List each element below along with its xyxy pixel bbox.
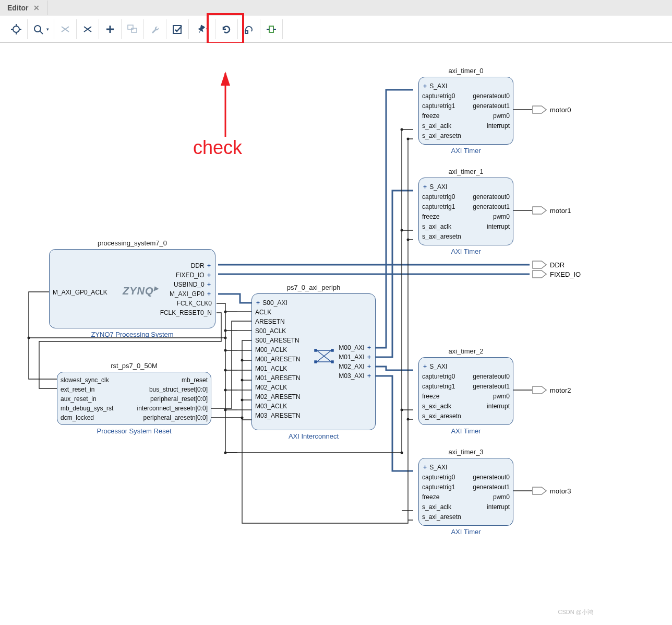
port-mb-debug-sys-rst: mb_debug_sys_rst xyxy=(61,405,113,412)
svg-point-25 xyxy=(224,409,227,411)
port-dcm-locked: dcm_locked xyxy=(61,414,94,421)
svg-point-21 xyxy=(224,329,227,332)
zoom-icon[interactable]: ▾ xyxy=(28,19,54,39)
svg-point-35 xyxy=(407,138,410,140)
port-generateout1: generateout1 xyxy=(473,484,510,491)
port-s-axi: + S_AXI xyxy=(422,82,447,90)
port-capturetrig1: capturetrig1 xyxy=(422,203,455,210)
wrench-icon[interactable] xyxy=(144,19,166,39)
port-s-axi-aclk: s_axi_aclk xyxy=(422,403,451,410)
block-type: AXI Timer xyxy=(419,427,513,435)
port-capturetrig1: capturetrig1 xyxy=(422,102,455,110)
port-capturetrig1: capturetrig1 xyxy=(422,383,455,390)
ext-port-fixed-io: FIXED_IO xyxy=(532,270,581,278)
port-peripheral-aresetn: peripheral_aresetn[0:0] xyxy=(143,414,208,421)
port-m03-axi: M03_AXI + xyxy=(339,372,372,380)
port-bus-struct-reset: bus_struct_reset[0:0] xyxy=(149,386,208,393)
port-generateout0: generateout0 xyxy=(473,193,510,201)
tab-editor[interactable]: Editor ✕ xyxy=(0,1,47,15)
block-processing-system7[interactable]: processing_system7_0 M_AXI_GP0_ACLK ZYNQ… xyxy=(49,249,215,328)
check-icon[interactable] xyxy=(166,19,189,39)
port-capturetrig0: capturetrig0 xyxy=(422,193,455,201)
svg-point-5 xyxy=(34,26,41,32)
port-freeze: freeze xyxy=(422,493,439,501)
port-interrupt: interrupt xyxy=(487,503,510,511)
port-generateout1: generateout1 xyxy=(473,203,510,210)
refresh-icon[interactable] xyxy=(215,19,238,39)
port-s-axi-aclk: s_axi_aclk xyxy=(422,122,451,129)
block-axi-timer-3[interactable]: axi_timer_3+ S_AXIcapturetrig0capturetri… xyxy=(418,458,513,526)
ext-port-ddr: DDR xyxy=(532,261,565,269)
port-s00-axi: + S00_AXI xyxy=(255,299,287,306)
port-aux-reset-in: aux_reset_in xyxy=(61,395,97,403)
port-s-axi-aresetn: s_axi_aresetn xyxy=(422,513,461,521)
ext-port-motor0: motor0 xyxy=(532,105,571,114)
svg-point-18 xyxy=(224,337,227,339)
port-s00-aclk: S00_ACLK xyxy=(255,327,286,335)
svg-point-33 xyxy=(401,409,403,411)
tab-bar: Editor ✕ xyxy=(0,0,672,16)
block-rst-ps7[interactable]: rst_ps7_0_50M slowest_sync_clk ext_reset… xyxy=(57,372,211,425)
block-axi-timer-1[interactable]: axi_timer_1+ S_AXIcapturetrig0capturetri… xyxy=(418,178,513,245)
block-type: AXI Timer xyxy=(419,147,513,155)
svg-point-29 xyxy=(241,399,244,402)
port-s00-aresetn: S00_ARESETN xyxy=(255,337,299,344)
port-generateout0: generateout0 xyxy=(473,92,510,100)
svg-point-24 xyxy=(224,389,227,392)
port-m00-aresetn: M00_ARESETN xyxy=(255,356,301,363)
svg-point-34 xyxy=(401,452,403,454)
svg-point-23 xyxy=(224,369,227,372)
svg-rect-39 xyxy=(331,349,333,351)
port-capturetrig1: capturetrig1 xyxy=(422,484,455,491)
target-icon[interactable] xyxy=(5,19,28,39)
pin-icon[interactable]: ▾ xyxy=(189,19,215,39)
port-interrupt: interrupt xyxy=(487,122,510,129)
port-m00-axi: M00_AXI + xyxy=(339,344,372,351)
port-mb-reset: mb_reset xyxy=(182,376,208,384)
port-slowest-sync-clk: slowest_sync_clk xyxy=(61,376,109,384)
block-title: processing_system7_0 xyxy=(50,239,215,247)
port-s-axi-aresetn: s_axi_aresetn xyxy=(422,412,461,420)
svg-rect-12 xyxy=(245,31,248,33)
svg-rect-40 xyxy=(315,361,317,363)
rotate-icon[interactable] xyxy=(238,19,260,39)
block-title: axi_timer_1 xyxy=(419,168,513,175)
port-pwm0: pwm0 xyxy=(493,213,510,220)
port-aclk: ACLK xyxy=(255,309,271,316)
svg-rect-38 xyxy=(315,349,317,351)
svg-point-27 xyxy=(241,359,244,362)
block-title: axi_timer_2 xyxy=(419,347,513,355)
port-s-axi: + S_AXI xyxy=(422,183,447,191)
block-design-canvas[interactable]: check xyxy=(0,43,597,617)
expand-icon[interactable] xyxy=(260,19,283,39)
tab-close-icon[interactable]: ✕ xyxy=(33,4,40,12)
watermark: CSDN @小鸿 xyxy=(558,608,593,616)
block-axi-interconnect[interactable]: ps7_0_axi_periph + S00_AXI ACLK ARESETN … xyxy=(251,293,376,430)
group-icon[interactable] xyxy=(122,19,144,39)
fit-horizontal-icon[interactable] xyxy=(54,19,77,39)
port-peripheral-reset: peripheral_reset[0:0] xyxy=(150,395,208,403)
svg-point-22 xyxy=(224,349,227,352)
fit-vertical-icon[interactable] xyxy=(77,19,99,39)
port-s-axi-aresetn: s_axi_aresetn xyxy=(422,132,461,139)
svg-rect-10 xyxy=(131,28,137,32)
port-fixed-io: FIXED_IO + xyxy=(176,272,212,279)
block-axi-timer-0[interactable]: axi_timer_0+ S_AXIcapturetrig0capturetri… xyxy=(418,77,513,145)
ext-port-motor1: motor1 xyxy=(532,206,571,215)
svg-rect-13 xyxy=(269,26,273,32)
block-title: rst_ps7_0_50M xyxy=(57,362,211,370)
add-icon[interactable] xyxy=(99,19,122,39)
port-pwm0: pwm0 xyxy=(493,493,510,501)
svg-point-20 xyxy=(224,311,227,313)
port-m00-aclk: M00_ACLK xyxy=(255,346,287,353)
port-ddr: DDR + xyxy=(191,262,212,269)
port-freeze: freeze xyxy=(422,213,439,220)
block-axi-timer-2[interactable]: axi_timer_2+ S_AXIcapturetrig0capturetri… xyxy=(418,357,513,425)
port-aresetn: ARESETN xyxy=(255,318,285,325)
svg-point-26 xyxy=(224,452,227,454)
port-generateout1: generateout1 xyxy=(473,383,510,390)
block-type: AXI Interconnect xyxy=(252,432,375,440)
port-pwm0: pwm0 xyxy=(493,112,510,120)
port-m02-aresetn: M02_ARESETN xyxy=(255,393,301,400)
port-generateout1: generateout1 xyxy=(473,102,510,110)
